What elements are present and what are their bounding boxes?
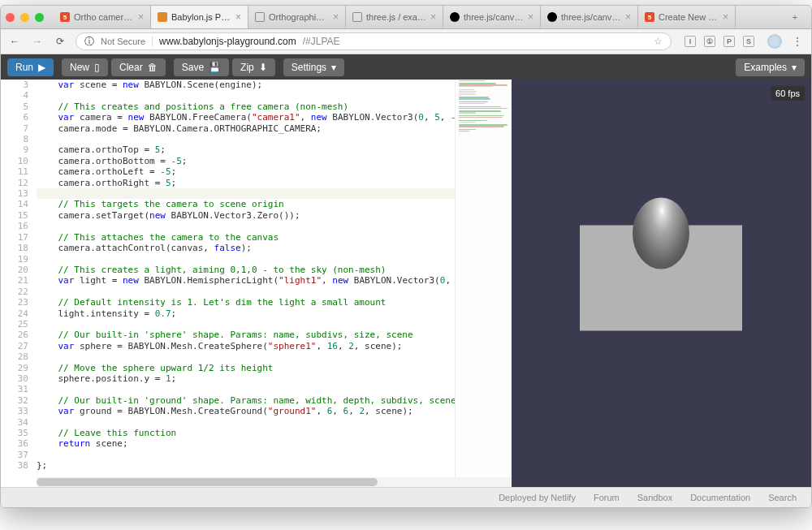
code-line[interactable] [37, 351, 512, 362]
settings-label: Settings [292, 62, 326, 73]
menu-icon[interactable]: ⋮ [790, 36, 805, 47]
code-line[interactable]: camera.orthoTop = 5; [37, 144, 512, 155]
extension-icon[interactable]: S [743, 36, 754, 47]
extension-icon[interactable]: ① [704, 36, 715, 47]
security-label: Not Secure [101, 37, 153, 46]
file-icon: ▯ [94, 62, 100, 73]
code-line[interactable]: // Our built-in 'ground' shape. Params: … [37, 395, 512, 406]
close-tab-icon[interactable]: × [138, 11, 144, 23]
reload-button[interactable]: ⟳ [53, 36, 67, 47]
code-line[interactable]: camera.orthoBottom = -5; [37, 156, 512, 166]
code-line[interactable] [37, 319, 512, 330]
fps-counter: 60 fps [771, 86, 805, 101]
run-label: Run [15, 62, 33, 73]
extension-icon[interactable]: P [723, 36, 735, 47]
settings-button[interactable]: Settings ▾ [283, 58, 344, 76]
sphere-mesh [633, 198, 689, 269]
code-line[interactable] [37, 134, 512, 144]
footer-link[interactable]: Deployed by Netlify [499, 493, 576, 502]
browser-tab[interactable]: three.js / examples× [346, 6, 443, 28]
scroll-thumb[interactable] [37, 478, 378, 486]
code-line[interactable]: var light = new BABYLON.HemisphericLight… [37, 275, 512, 286]
footer-link[interactable]: Search [768, 493, 797, 502]
minimap[interactable] [455, 80, 512, 487]
window-controls [6, 13, 44, 22]
close-tab-icon[interactable]: × [723, 11, 728, 23]
favicon-icon: 5 [645, 12, 654, 22]
clear-button[interactable]: Clear 🗑 [111, 58, 166, 76]
close-tab-icon[interactable]: × [625, 11, 631, 23]
code-line[interactable] [37, 384, 512, 394]
security-info-icon[interactable]: ⓘ [84, 35, 94, 49]
code-line[interactable]: var ground = BABYLON.Mesh.CreateGround("… [37, 406, 512, 416]
horizontal-scrollbar[interactable] [37, 477, 512, 487]
new-button[interactable]: New ▯ [62, 58, 108, 76]
forward-button[interactable]: → [30, 36, 45, 47]
code-line[interactable]: light.intensity = 0.7; [37, 308, 512, 319]
tab-label: three.js/canvas_cam… [561, 12, 621, 22]
code-line[interactable] [37, 221, 512, 231]
code-line[interactable]: // This attaches the camera to the canva… [37, 232, 512, 243]
code-line[interactable]: sphere.position.y = 1; [37, 373, 512, 384]
favicon-icon [547, 12, 557, 22]
profile-avatar-icon[interactable] [767, 34, 782, 49]
chevron-down-icon: ▾ [792, 62, 797, 73]
code-line[interactable]: var scene = new BABYLON.Scene(engine); [37, 80, 512, 90]
favicon-icon [158, 12, 167, 22]
close-tab-icon[interactable]: × [235, 11, 241, 23]
run-button[interactable]: Run ▶ [7, 58, 54, 76]
close-tab-icon[interactable]: × [430, 11, 436, 23]
code-line[interactable] [37, 188, 512, 199]
code-line[interactable] [37, 90, 512, 101]
footer-link[interactable]: Documentation [690, 493, 750, 502]
browser-tab[interactable]: OrthographicCamer…× [248, 6, 346, 28]
close-tab-icon[interactable]: × [528, 11, 533, 23]
code-line[interactable] [37, 450, 512, 460]
browser-tab[interactable]: Babylon.js Playgrou…× [151, 6, 248, 28]
code-line[interactable] [37, 287, 512, 297]
code-line[interactable]: }; [37, 460, 512, 471]
code-line[interactable]: camera.orthoLeft = -5; [37, 166, 512, 177]
back-button[interactable]: ← [7, 36, 22, 47]
code-line[interactable]: // Leave this function [37, 428, 512, 438]
render-canvas[interactable]: 60 fps [512, 80, 811, 487]
footer-link[interactable]: Forum [594, 493, 620, 502]
browser-tab[interactable]: 5Create New Topic - …× [638, 6, 736, 28]
code-line[interactable]: return scene; [37, 438, 512, 449]
browser-tab[interactable]: three.js/canvas_cam…× [541, 6, 638, 28]
code-line[interactable]: // Move the sphere upward 1/2 its height [37, 363, 512, 373]
code-editor[interactable]: 3456789101112131415161718192021222324252… [1, 80, 512, 487]
browser-tab[interactable]: 5Ortho camera - Que…× [54, 6, 151, 28]
code-line[interactable]: // This creates a light, aiming 0,1,0 - … [37, 265, 512, 275]
footer-link[interactable]: Sandbox [637, 493, 672, 502]
save-label: Save [182, 62, 204, 73]
examples-button[interactable]: Examples ▾ [736, 58, 805, 76]
zip-button[interactable]: Zip ⬇ [232, 58, 275, 76]
code-line[interactable]: camera.mode = BABYLON.Camera.ORTHOGRAPHI… [37, 123, 512, 134]
save-button[interactable]: Save 💾 [174, 58, 229, 76]
code-area[interactable]: var scene = new BABYLON.Scene(engine); /… [37, 80, 512, 477]
code-line[interactable]: camera.orthoRight = 5; [37, 178, 512, 188]
minimize-window-icon[interactable] [20, 13, 29, 22]
extension-icon[interactable]: I [685, 36, 696, 47]
code-line[interactable]: camera.attachControl(canvas, false); [37, 243, 512, 253]
code-line[interactable]: var sphere = BABYLON.Mesh.CreateSphere("… [37, 341, 512, 351]
code-line[interactable]: // This creates and positions a free cam… [37, 101, 512, 112]
tab-label: three.js / examples [366, 12, 426, 22]
code-line[interactable] [37, 254, 512, 265]
close-window-icon[interactable] [6, 13, 15, 22]
examples-label: Examples [744, 62, 787, 73]
bookmark-star-icon[interactable]: ☆ [654, 36, 663, 47]
code-line[interactable]: // This targets the camera to scene orig… [37, 199, 512, 209]
code-line[interactable]: // Default intensity is 1. Let's dim the… [37, 297, 512, 308]
new-tab-button[interactable]: + [784, 12, 806, 22]
close-tab-icon[interactable]: × [333, 11, 339, 23]
code-line[interactable]: camera.setTarget(new BABYLON.Vector3.Zer… [37, 210, 512, 221]
code-line[interactable] [37, 417, 512, 428]
browser-tab[interactable]: three.js/canvas_cam…× [443, 6, 541, 28]
code-line[interactable]: var camera = new BABYLON.FreeCamera("cam… [37, 112, 512, 123]
url-host: www.babylonjs-playground.com [159, 36, 296, 47]
code-line[interactable]: // Our built-in 'sphere' shape. Params: … [37, 330, 512, 340]
omnibox[interactable]: ⓘ Not Secure www.babylonjs-playground.co… [76, 32, 672, 50]
zoom-window-icon[interactable] [35, 13, 44, 22]
